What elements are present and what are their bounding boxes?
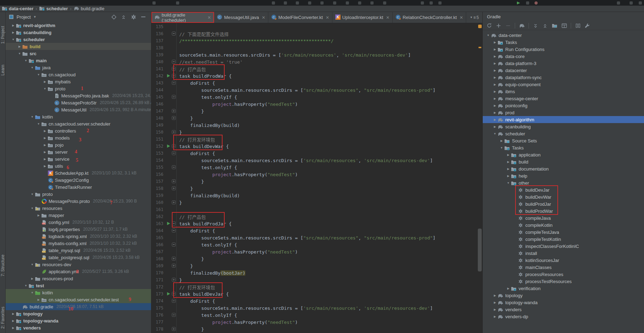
toolbar-button-icon[interactable]	[308, 1, 311, 5]
gradle-tree-row[interactable]: ▶pointconfig	[483, 102, 644, 109]
fold-icon[interactable]	[172, 144, 176, 149]
gradle-tree-row[interactable]: processResources	[483, 271, 644, 278]
tree-row[interactable]: SQLtable_postgresql.sql2020/4/26 15:23, …	[6, 254, 151, 261]
code-line[interactable]: 175 sourceSets.main.resources.srcDirs = …	[151, 305, 482, 312]
code-line[interactable]: 166 test.onlyIf {	[151, 241, 482, 248]
code-line[interactable]: 149 finalizedBy(build)	[151, 122, 482, 129]
code-line[interactable]: 157 }	[151, 178, 482, 185]
tree-row[interactable]: ▶resources-prod	[6, 275, 151, 282]
gradle-tree-row[interactable]: ▶Tasks	[483, 39, 644, 46]
toolbar-button-icon[interactable]	[320, 1, 324, 5]
chevron-right-icon[interactable]: ▶	[17, 45, 22, 48]
fold-icon[interactable]	[172, 186, 176, 191]
fold-icon[interactable]	[172, 327, 176, 332]
code-line[interactable]: 143 doFirst {	[151, 79, 482, 87]
chevron-right-icon[interactable]: ▶	[506, 167, 511, 171]
tree-row[interactable]: ▶topology-wanda	[6, 317, 151, 324]
chevron-right-icon[interactable]: ▶	[492, 125, 498, 128]
chevron-right-icon[interactable]: ▶	[506, 160, 511, 164]
editor-tab[interactable]: CRelationCheckController.kt✕	[393, 12, 466, 23]
run-task-icon[interactable]	[167, 292, 170, 297]
chevron-down-icon[interactable]: ▼	[492, 132, 498, 135]
inspections-status-icon[interactable]	[478, 25, 482, 28]
gradle-tree-row[interactable]: ▶verification	[483, 285, 644, 292]
split-button[interactable]	[575, 23, 581, 28]
chevron-right-icon[interactable]: ▶	[42, 129, 48, 133]
gradle-tree-row[interactable]: compileJava	[483, 214, 644, 222]
code-line[interactable]: 145 test.onlyIf {	[151, 94, 482, 101]
chevron-right-icon[interactable]: ▶	[492, 48, 498, 51]
toolbar-button-icon[interactable]	[617, 1, 620, 5]
fold-icon[interactable]	[172, 313, 176, 318]
chevron-right-icon[interactable]: ▶	[42, 143, 48, 147]
fold-icon[interactable]	[172, 95, 176, 100]
code-line[interactable]: 163task buildProdJar {	[151, 220, 482, 227]
code-line[interactable]: 139sourceSets.main.resources.srcDirs = […	[151, 51, 482, 58]
chevron-right-icon[interactable]: ▶	[492, 55, 498, 58]
code-line[interactable]: 136// 下面是配置文件选择	[151, 30, 482, 37]
code-line[interactable]: 146 project.hasProperty("needTest")	[151, 101, 482, 108]
tree-row[interactable]: ▶service5	[6, 155, 151, 162]
code-line[interactable]: 172// 打开发环境包	[151, 283, 482, 290]
fold-icon[interactable]	[172, 242, 176, 248]
editor-scroll-stripe[interactable]	[477, 23, 482, 333]
chevron-down-icon[interactable]: ▼	[17, 52, 22, 55]
code-line[interactable]: 151// 打开发环境包	[151, 136, 482, 143]
close-icon[interactable]: ✕	[386, 15, 389, 20]
gradle-tree-row[interactable]: processTestResources	[483, 278, 644, 285]
tree-row[interactable]: ▶mybatis	[6, 78, 151, 85]
collapse-all-icon[interactable]	[121, 14, 126, 20]
chevron-right-icon[interactable]: ▶	[36, 214, 41, 217]
chevron-right-icon[interactable]: ▶	[506, 174, 511, 178]
refresh-button[interactable]	[486, 23, 492, 28]
tree-row[interactable]: CSwagger2Config	[6, 177, 151, 184]
toolbar-button-icon[interactable]	[438, 1, 442, 5]
code-line[interactable]: 135	[151, 23, 482, 30]
chevron-right-icon[interactable]: ▶	[492, 90, 498, 93]
tree-row[interactable]: SQLtable_mysql.sql2020/4/26 15:23, 2.52 …	[6, 247, 151, 254]
run-task-icon[interactable]	[167, 144, 170, 149]
chevron-right-icon[interactable]: ▶	[11, 24, 16, 27]
code-line[interactable]: 156 project.hasProperty("needTest")	[151, 171, 482, 178]
code-line[interactable]: 141// 打产品包	[151, 65, 482, 72]
fold-icon[interactable]	[172, 73, 176, 79]
chevron-down-icon[interactable]: ▼	[30, 263, 35, 266]
code-editor[interactable]: 135136// 下面是配置文件选择137/******************…	[151, 23, 482, 333]
chevron-down-icon[interactable]: ▼	[506, 181, 511, 185]
gradle-tree-row[interactable]: ▼other	[483, 179, 644, 186]
chevron-right-icon[interactable]: ▶	[492, 294, 498, 297]
gradle-tree-row[interactable]: buildDevJar	[483, 186, 644, 193]
gradle-tree-row[interactable]: ▶documentation	[483, 165, 644, 172]
code-line[interactable]: 160}	[151, 199, 482, 206]
gradle-tree-row[interactable]: ▶ibms	[483, 88, 644, 95]
chevron-right-icon[interactable]: ▶	[492, 308, 498, 311]
gradle-tree-row[interactable]: kotlinSourcesJar	[483, 257, 644, 264]
tree-row[interactable]: <>logback-spring.xml2020/1/10 10:32, 2.3…	[6, 233, 151, 240]
toolbar-button-icon[interactable]	[176, 1, 179, 5]
toolbar-button-icon[interactable]	[639, 1, 642, 5]
tree-row[interactable]: MessageProto.java.bak2020/4/26 15:23, 24…	[6, 92, 151, 99]
chevron-right-icon[interactable]: ▶	[42, 158, 48, 161]
hidden-tabs-indicator[interactable]: ▼≡5	[466, 12, 482, 23]
chevron-right-icon[interactable]: ▶	[492, 83, 498, 86]
fold-icon[interactable]	[172, 256, 176, 262]
fold-icon[interactable]	[172, 292, 176, 297]
remove-button[interactable]	[505, 23, 511, 28]
fold-icon[interactable]	[172, 221, 176, 226]
code-line[interactable]: 170 finalizedBy(bootJar)	[151, 269, 482, 276]
chevron-right-icon[interactable]: ▶	[36, 298, 41, 301]
chevron-down-icon[interactable]: ▼	[30, 291, 35, 294]
chevron-down-icon[interactable]: ▼	[30, 66, 35, 69]
chevron-down-icon[interactable]: ▼	[30, 115, 35, 119]
tree-row[interactable]: ▶controllers2	[6, 127, 151, 134]
gradle-tree-row[interactable]: ▼scheduler	[483, 130, 644, 137]
fold-icon[interactable]	[172, 130, 176, 135]
code-line[interactable]: 174 doFirst {	[151, 297, 482, 305]
tree-row[interactable]: ▶venders-dp	[6, 331, 151, 333]
chevron-right-icon[interactable]: ▶	[42, 165, 48, 168]
fold-icon[interactable]	[172, 179, 176, 184]
gradle-tree-row[interactable]: ▶topology-wanda	[483, 299, 644, 306]
editor-tab[interactable]: CMessageUtil.java✕	[214, 12, 268, 23]
tree-row[interactable]: ▶server4	[6, 148, 151, 155]
close-icon[interactable]: ✕	[207, 15, 211, 20]
